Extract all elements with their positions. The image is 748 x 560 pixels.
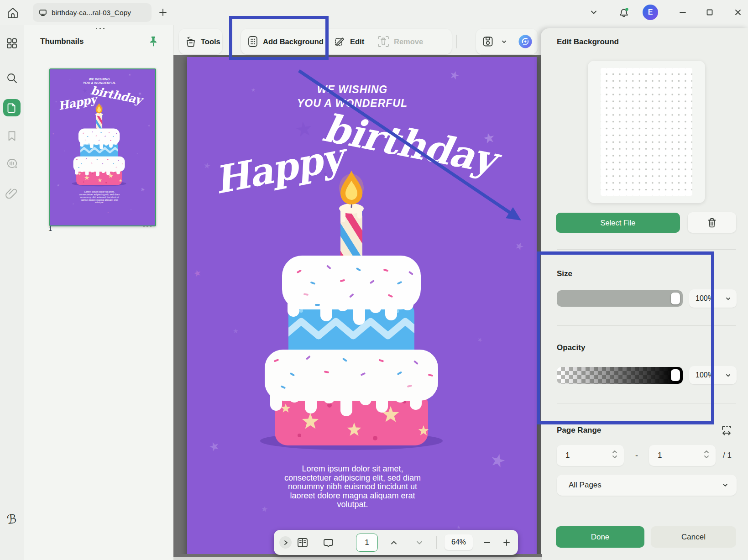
cancel-label: Cancel: [681, 533, 706, 542]
page-range-label: Page Range: [557, 426, 601, 435]
save-icon: [482, 36, 494, 47]
sidebar-rail: ℬ: [0, 25, 24, 560]
thumbnails-panel: Thumbnails ★ ★ ★ ★ ★ ★ ★ ★ ★ ★ ★ ★ ★ ★ ★…: [24, 25, 174, 560]
chevron-down-icon: [590, 8, 598, 16]
background-preview-card: [588, 61, 705, 203]
star-decoration: ★: [107, 211, 109, 213]
page-number-value: 1: [365, 538, 369, 547]
star-decoration: ★: [69, 79, 71, 80]
sidebar-item-bookmarks[interactable]: [4, 128, 20, 144]
tools-button[interactable]: Tools: [179, 29, 222, 54]
star-decoration: ★: [251, 87, 256, 93]
star-decoration: ★: [131, 209, 132, 210]
save-options-button[interactable]: [499, 36, 509, 47]
ai-assistant-icon: [518, 34, 533, 49]
star-decoration: ★: [203, 161, 211, 171]
presentation-mode-button[interactable]: [320, 535, 336, 550]
done-label: Done: [591, 533, 610, 542]
range-to-value: 1: [658, 451, 662, 460]
document-canvas: ★ ★ ★ ★ ★ ★ ★ ★ ★ ★ ★ ★ ★ ★ ★ ★ WE WISHI…: [173, 55, 542, 560]
card-body-line: Lorem ipsum dolor sit amet,: [237, 465, 468, 474]
new-tab-button[interactable]: [155, 5, 171, 20]
star-decoration: ★: [233, 327, 239, 335]
zoom-level-field[interactable]: 64%: [445, 534, 473, 550]
bell-icon: [617, 6, 630, 19]
cancel-button[interactable]: Cancel: [651, 526, 736, 548]
edit-icon: [334, 36, 346, 47]
document-type-icon: [38, 8, 47, 17]
collapse-toolbar-button[interactable]: [279, 536, 292, 549]
highlight-box-size-opacity: [537, 251, 714, 424]
save-button[interactable]: [480, 34, 496, 49]
page-scope-value: All Pages: [569, 481, 602, 490]
save-button-group: [476, 29, 538, 54]
range-separator: -: [630, 450, 643, 461]
minimize-icon: [679, 8, 687, 16]
remove-background-label: Remove: [394, 37, 423, 46]
zoom-in-button[interactable]: [500, 536, 513, 550]
tools-label: Tools: [201, 37, 220, 46]
close-icon: [734, 8, 742, 16]
panel-drag-handle[interactable]: [93, 28, 107, 31]
sidebar-item-apps[interactable]: [4, 36, 20, 51]
thumbnails-panel-title: Thumbnails: [40, 37, 84, 46]
birthday-card-page: ★ ★ ★ ★ ★ ★ ★ ★ ★ ★ ★ ★ ★ ★ ★ ★ WE WISHI…: [50, 69, 154, 224]
star-decoration: ★: [140, 186, 146, 193]
range-from-input[interactable]: 1: [557, 445, 624, 466]
star-decoration: ★: [147, 124, 151, 128]
bottom-toolbar: 1 64%: [274, 530, 518, 555]
notifications-button[interactable]: [616, 4, 632, 21]
section-divider: [557, 249, 736, 250]
zoom-out-button[interactable]: [480, 536, 494, 550]
sidebar-item-thumbnails[interactable]: [3, 99, 21, 116]
titlebar: birthday-ca...ral-03_Copy E: [0, 0, 748, 25]
stepper-up-icon: [612, 450, 617, 454]
previous-page-button[interactable]: [387, 536, 401, 550]
reading-mode-button[interactable]: [295, 535, 310, 550]
card-body-text: Lorem ipsum dolor sit amet, consectetuer…: [237, 465, 468, 509]
card-body-text: Lorem ipsum dolor sit amet, consectetuer…: [65, 191, 134, 204]
plus-icon: [158, 8, 167, 17]
done-button[interactable]: Done: [556, 526, 644, 548]
card-body-line: laoreet dolore magna aliquam erat: [237, 492, 468, 501]
card-heading-line1: WE WISHING: [265, 83, 440, 96]
range-to-stepper[interactable]: [704, 450, 709, 459]
titlebar-menu-button[interactable]: [586, 5, 602, 20]
page-range-expand-button[interactable]: [719, 423, 734, 438]
stepper-down-icon: [612, 455, 617, 459]
sidebar-item-search[interactable]: [4, 70, 20, 86]
sidebar-item-attachments[interactable]: [4, 185, 20, 201]
delete-background-button[interactable]: [688, 212, 736, 233]
range-to-input[interactable]: 1: [649, 445, 716, 466]
thumbnail-item-menu[interactable]: [141, 226, 153, 230]
next-page-button[interactable]: [413, 536, 426, 550]
pin-panel-button[interactable]: [146, 34, 161, 49]
range-from-stepper[interactable]: [612, 450, 617, 459]
page-thumbnail[interactable]: ★ ★ ★ ★ ★ ★ ★ ★ ★ ★ ★ ★ ★ ★ ★ ★ WE WISHI…: [49, 68, 156, 226]
remove-background-button[interactable]: Remove: [377, 29, 436, 54]
range-from-value: 1: [565, 451, 570, 460]
chevron-right-icon: [283, 540, 288, 545]
card-heading-line1: WE WISHING: [73, 77, 126, 81]
sidebar-item-comments[interactable]: [4, 156, 20, 172]
star-decoration: ★: [56, 183, 61, 188]
page-scope-dropdown[interactable]: All Pages: [557, 475, 737, 496]
minimize-button[interactable]: [675, 5, 690, 20]
page-number-input[interactable]: 1: [356, 534, 378, 552]
trash-icon: [706, 217, 717, 228]
card-heading-line2: YOU A WONDERFUL: [73, 81, 126, 85]
avatar[interactable]: E: [643, 5, 658, 20]
home-button[interactable]: [5, 5, 21, 21]
ai-assistant-button[interactable]: [518, 34, 533, 49]
edit-background-button[interactable]: Edit: [334, 29, 376, 54]
birthday-card-page[interactable]: ★ ★ ★ ★ ★ ★ ★ ★ ★ ★ ★ ★ ★ ★ ★ ★ WE WISHI…: [187, 57, 537, 560]
maximize-icon: [706, 8, 714, 16]
book-icon: [296, 536, 309, 549]
document-tab[interactable]: birthday-ca...ral-03_Copy: [33, 3, 152, 22]
maximize-button[interactable]: [702, 5, 717, 20]
select-file-button[interactable]: Select File: [556, 213, 680, 233]
close-button[interactable]: [730, 5, 746, 20]
star-decoration: ★: [52, 132, 55, 136]
pdf-editor-window: birthday-ca...ral-03_Copy E: [0, 0, 748, 560]
star-decoration: ★: [293, 116, 314, 142]
